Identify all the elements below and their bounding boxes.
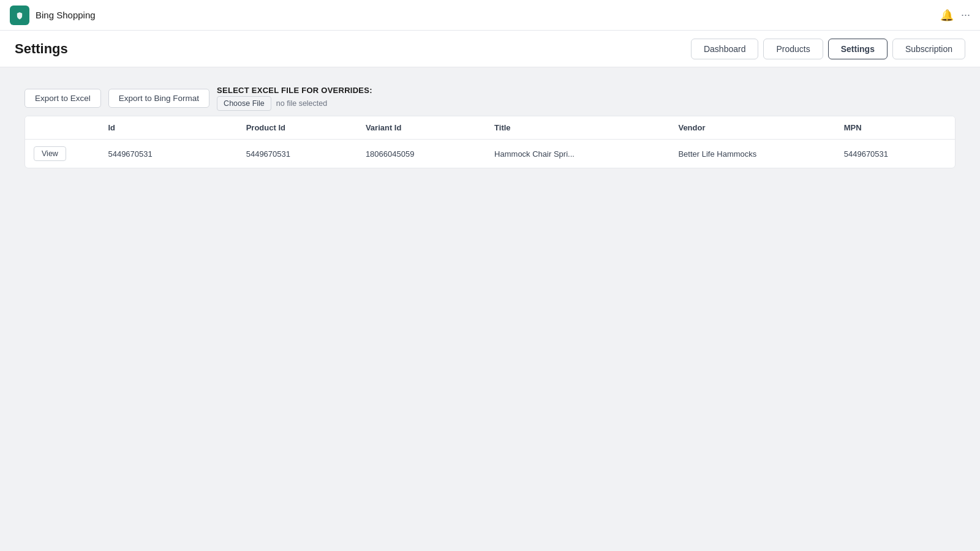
bell-icon[interactable]: 🔔 [940, 9, 954, 22]
topbar-right: 🔔 ··· [940, 9, 970, 22]
more-options-icon[interactable]: ··· [961, 9, 970, 21]
col-header-title: Title [486, 116, 669, 140]
products-table: Id Product Id Variant Id Title Vendor MP… [25, 116, 955, 168]
row-action-cell: View [25, 140, 99, 168]
table-header-row: Id Product Id Variant Id Title Vendor MP… [25, 116, 955, 140]
topbar-left: Bing Shopping [10, 6, 96, 25]
file-upload-section: SELECT EXCEL FILE FOR OVERRIDES: Choose … [217, 86, 372, 111]
export-bing-button[interactable]: Export to Bing Format [108, 89, 209, 108]
select-excel-label: SELECT EXCEL FILE FOR OVERRIDES: [217, 86, 372, 95]
col-header-mpn: MPN [835, 116, 955, 140]
file-input-row: Choose File no file selected [217, 96, 372, 111]
table-row: View 5449670531 5449670531 18066045059 H… [25, 140, 955, 168]
products-table-container: Id Product Id Variant Id Title Vendor MP… [24, 116, 956, 168]
header: Settings Dashboard Products Settings Sub… [0, 31, 980, 67]
page-title: Settings [15, 41, 68, 57]
export-excel-button[interactable]: Export to Excel [24, 89, 101, 108]
row-title-cell: Hammock Chair Spri... [486, 140, 669, 168]
col-header-vendor: Vendor [669, 116, 835, 140]
col-header-product-id: Product Id [238, 116, 357, 140]
app-title: Bing Shopping [36, 10, 96, 20]
col-header-id: Id [99, 116, 237, 140]
main-content: Export to Excel Export to Bing Format SE… [0, 67, 980, 187]
nav-settings[interactable]: Settings [828, 39, 888, 59]
col-header-action [25, 116, 99, 140]
toolbar: Export to Excel Export to Bing Format SE… [24, 86, 956, 111]
row-product-id-cell: 5449670531 [238, 140, 357, 168]
row-mpn-cell: 5449670531 [835, 140, 955, 168]
nav-buttons: Dashboard Products Settings Subscription [691, 39, 965, 59]
col-header-variant-id: Variant Id [357, 116, 486, 140]
nav-subscription[interactable]: Subscription [892, 39, 965, 59]
nav-products[interactable]: Products [763, 39, 823, 59]
file-status-text: no file selected [276, 99, 327, 108]
choose-file-button[interactable]: Choose File [217, 96, 271, 111]
row-id-cell: 5449670531 [99, 140, 237, 168]
view-button[interactable]: View [34, 146, 66, 161]
nav-dashboard[interactable]: Dashboard [691, 39, 759, 59]
row-vendor-cell: Better Life Hammocks [669, 140, 835, 168]
app-icon [10, 6, 29, 25]
row-variant-id-cell: 18066045059 [357, 140, 486, 168]
topbar: Bing Shopping 🔔 ··· [0, 0, 980, 31]
